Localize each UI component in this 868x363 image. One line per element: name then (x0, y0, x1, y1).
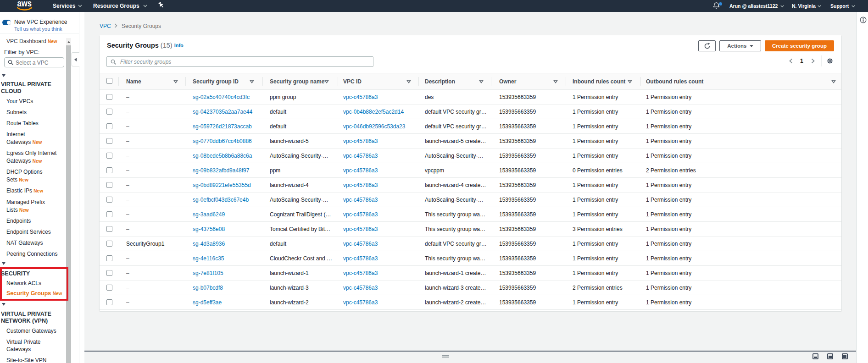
svg-text:aws: aws (17, 0, 32, 8)
